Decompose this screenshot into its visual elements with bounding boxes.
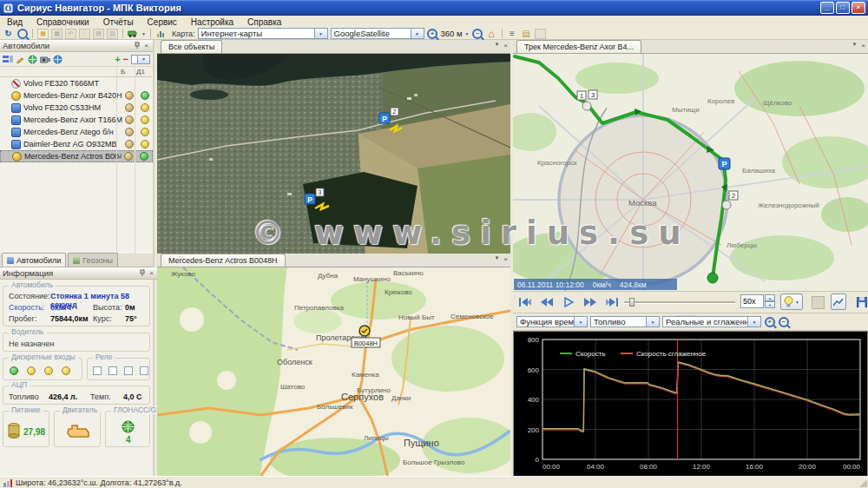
svg-text:Данки: Данки (391, 394, 411, 402)
close-button[interactable]: × (852, 2, 865, 14)
vehicle-status-icon (12, 152, 22, 162)
skip-end-button[interactable] (602, 293, 621, 311)
chart-tool-icon[interactable] (155, 29, 167, 39)
relay-checkbox[interactable] (140, 366, 148, 375)
globe-icon[interactable] (28, 55, 37, 64)
chevron-down-icon[interactable]: ▼ (646, 317, 659, 326)
resize-grip[interactable] (859, 479, 867, 487)
svg-text:В0048Н: В0048Н (354, 340, 378, 347)
relay-checkbox[interactable] (124, 366, 133, 375)
pin-icon[interactable] (132, 42, 142, 49)
fuel-chart[interactable]: 020040060080000:0004:0008:0012:0016:0020… (513, 331, 868, 479)
road-map[interactable]: Серпухов Пущино Пролетарский Оболенск Бо… (157, 267, 510, 478)
vehicle-row[interactable]: Mercedes-Benz Axor Т166МТ (0, 114, 153, 126)
skip-start-button[interactable] (516, 293, 535, 311)
chart-zoom-in-icon[interactable]: + (764, 317, 775, 327)
menu-spravochniki[interactable]: Справочники (30, 17, 96, 27)
menu-servis[interactable]: Сервис (141, 17, 184, 27)
pin-icon[interactable] (137, 269, 148, 277)
tab-close-icon[interactable]: × (503, 42, 508, 49)
relay-checkbox[interactable] (93, 366, 102, 375)
tab-close-icon[interactable]: × (503, 255, 508, 263)
relay-checkbox[interactable] (108, 366, 117, 375)
fuel-status-icon (125, 103, 134, 112)
chart-view-combo[interactable]: Реальные и сглаженные значен ▼ (662, 316, 761, 327)
add-vehicle-icon[interactable]: + (115, 54, 120, 64)
search-icon[interactable] (16, 29, 28, 39)
track-position-slider[interactable] (624, 301, 735, 304)
chart-parameter-combo[interactable]: Топливо ▼ (590, 316, 660, 327)
scale-dropdown-icon[interactable]: ▼ (465, 31, 470, 36)
playback-speed-input[interactable] (740, 294, 764, 308)
chevron-down-icon[interactable]: ▼ (314, 29, 327, 38)
zoom-in-icon[interactable]: + (427, 29, 438, 39)
track-map[interactable]: Москва Мытищи Королев Щёлково Балашиха Ж… (513, 54, 868, 291)
map-layer-combo[interactable]: GoogleSatellite ▼ (331, 28, 424, 39)
title-bar[interactable]: Сириус Навигатор - МПК Виктория _ □ × (0, 0, 868, 16)
chart-zoom-out-icon[interactable]: − (778, 317, 789, 327)
globe-alt-icon[interactable] (53, 55, 62, 64)
menu-spravka[interactable]: Справка (240, 17, 288, 27)
vehicle-tool-dropdown-icon[interactable]: ▼ (141, 31, 146, 36)
svg-text:Балашиха: Балашиха (742, 167, 776, 175)
menu-otchety[interactable]: Отчёты (96, 17, 141, 27)
tab-dropdown-icon[interactable]: ▼ (852, 42, 857, 49)
tab-dropdown-icon[interactable]: ▼ (494, 255, 499, 263)
rewind-button[interactable] (537, 293, 556, 311)
chevron-down-icon[interactable]: ▼ (411, 29, 424, 38)
maximize-button[interactable]: □ (836, 2, 850, 14)
chevron-down-icon[interactable]: ▼ (747, 317, 760, 326)
save-track-button[interactable] (852, 293, 868, 311)
tab-vehicle-map[interactable]: Mercedes-Benz Actros В0048Н (161, 254, 286, 267)
tab-all-objects[interactable]: Все объекты (161, 40, 222, 53)
tab-dropdown-icon[interactable]: ▼ (494, 42, 499, 49)
tab-geozones[interactable]: Геозоны (68, 253, 118, 267)
notes-icon[interactable]: ▤ (521, 29, 532, 39)
list-icon[interactable]: ≡ (507, 29, 518, 39)
satellite-icon (122, 420, 135, 433)
view-mode-combo[interactable]: ▼ (131, 55, 150, 64)
vehicle-row[interactable]: Volvo FE320 С533НМ (0, 102, 153, 114)
map-source-combo[interactable]: Интернет-карты ▼ (198, 28, 328, 39)
vehicle-row[interactable]: Volvo FE320 Т666МТ (0, 77, 153, 89)
close-panel-icon[interactable]: × (142, 42, 150, 49)
spin-down-icon[interactable]: ▼ (765, 301, 775, 308)
remove-vehicle-icon[interactable]: − (123, 54, 128, 64)
chevron-down-icon[interactable]: ▼ (795, 300, 799, 305)
playback-speed-spinner[interactable]: ▲ ▼ (740, 294, 775, 308)
vehicle-tool-icon[interactable] (128, 29, 139, 39)
refresh-icon[interactable]: ↻ (3, 29, 14, 39)
close-panel-icon[interactable]: × (148, 269, 155, 277)
camera-icon[interactable] (40, 56, 50, 63)
tab-track[interactable]: Трек Mercedes-Benz Axor В4... (516, 40, 641, 53)
svg-text:Петропавловка: Петропавловка (294, 304, 344, 312)
highlight-track-button[interactable]: ▼ (780, 293, 803, 310)
fast-forward-button[interactable] (581, 293, 600, 311)
svg-text:16:00: 16:00 (746, 463, 764, 471)
home-icon[interactable]: ⌂ (486, 29, 497, 39)
tab-vehicles[interactable]: Автомобили (2, 253, 66, 267)
vehicle-row[interactable]: Daimler-Benz AG О932МВ (0, 138, 153, 150)
slider-handle[interactable] (629, 298, 635, 307)
connection-icon (3, 478, 12, 487)
grid-edit-icon[interactable]: ▦ (37, 29, 49, 39)
table-icon: ▤ (93, 29, 104, 39)
menu-nastroyka[interactable]: Настройка (184, 17, 240, 27)
play-button[interactable] (559, 293, 578, 311)
vehicle-row[interactable]: Mercedes-Benz Axor В420НВ (0, 89, 153, 102)
vehicle-row[interactable]: Mercedes-Benz Atego б/н (0, 126, 153, 138)
menu-vid[interactable]: Вид (0, 17, 30, 27)
show-chart-button[interactable] (831, 293, 846, 310)
vehicle-row-selected[interactable]: Mercedes-Benz Actros В0048Н (0, 150, 153, 162)
spin-up-icon[interactable]: ▲ (765, 294, 775, 301)
svg-text:3: 3 (319, 189, 322, 195)
satellite-map[interactable]: 2 P 3 P (157, 54, 510, 254)
minimize-button[interactable]: _ (820, 2, 834, 14)
tab-close-icon[interactable]: × (861, 42, 865, 49)
vehicle-list-icon[interactable] (3, 55, 13, 63)
zoom-out-icon[interactable]: − (472, 29, 483, 39)
chevron-down-icon[interactable]: ▼ (574, 317, 587, 326)
edit-icon[interactable] (16, 55, 25, 63)
vehicles-panel-title: Автомобили (3, 41, 49, 50)
chart-mode-combo[interactable]: Функция времени ▼ (516, 316, 588, 327)
